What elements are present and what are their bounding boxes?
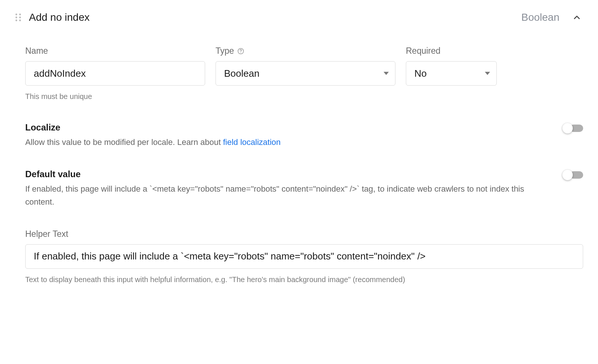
toggle-thumb <box>562 170 573 180</box>
panel-body: Name This must be unique Type <box>15 46 583 285</box>
panel-title: Add no index <box>29 11 514 23</box>
field-localization-link[interactable]: field localization <box>223 138 280 147</box>
helper-text-section: Helper Text Text to display beneath this… <box>25 229 583 285</box>
helper-text-label: Helper Text <box>25 229 583 239</box>
name-field-group: Name This must be unique <box>25 46 205 102</box>
type-field-group: Type Boolean <box>216 46 395 86</box>
default-value-section: Default value If enabled, this page will… <box>25 169 583 208</box>
default-value-desc: If enabled, this page will include a `<m… <box>25 182 551 208</box>
default-value-toggle[interactable] <box>562 170 583 180</box>
collapse-button[interactable] <box>571 11 583 24</box>
field-settings-row: Name This must be unique Type <box>25 46 583 102</box>
localize-toggle[interactable] <box>562 123 583 133</box>
svg-point-3 <box>19 17 21 19</box>
chevron-up-icon <box>572 13 582 22</box>
name-input[interactable] <box>25 61 205 86</box>
type-label-text: Type <box>216 46 234 56</box>
help-icon[interactable] <box>237 47 244 55</box>
localize-title: Localize <box>25 122 551 133</box>
svg-point-7 <box>240 52 241 53</box>
svg-point-1 <box>19 14 21 16</box>
helper-text-input[interactable] <box>25 244 583 269</box>
toggle-thumb <box>562 123 573 133</box>
svg-point-4 <box>16 20 17 21</box>
name-label: Name <box>25 46 205 56</box>
svg-point-2 <box>16 17 17 19</box>
required-field-group: Required No <box>406 46 497 86</box>
required-select[interactable]: No <box>406 61 497 86</box>
localize-desc-prefix: Allow this value to be modified per loca… <box>25 138 223 147</box>
helper-text-hint: Text to display beneath this input with … <box>25 274 583 285</box>
type-label: Type <box>216 46 395 56</box>
svg-point-0 <box>16 14 17 16</box>
type-select[interactable]: Boolean <box>216 61 395 86</box>
name-hint: This must be unique <box>25 91 205 102</box>
drag-handle-icon[interactable] <box>15 12 22 23</box>
field-editor-panel: Add no index Boolean Name This must be u… <box>0 0 598 300</box>
default-value-title: Default value <box>25 169 551 179</box>
localize-desc: Allow this value to be modified per loca… <box>25 136 551 149</box>
panel-header: Add no index Boolean <box>15 11 583 24</box>
localize-section: Localize Allow this value to be modified… <box>25 122 583 149</box>
required-label: Required <box>406 46 497 56</box>
svg-point-5 <box>19 20 21 21</box>
panel-type-label: Boolean <box>521 11 559 23</box>
